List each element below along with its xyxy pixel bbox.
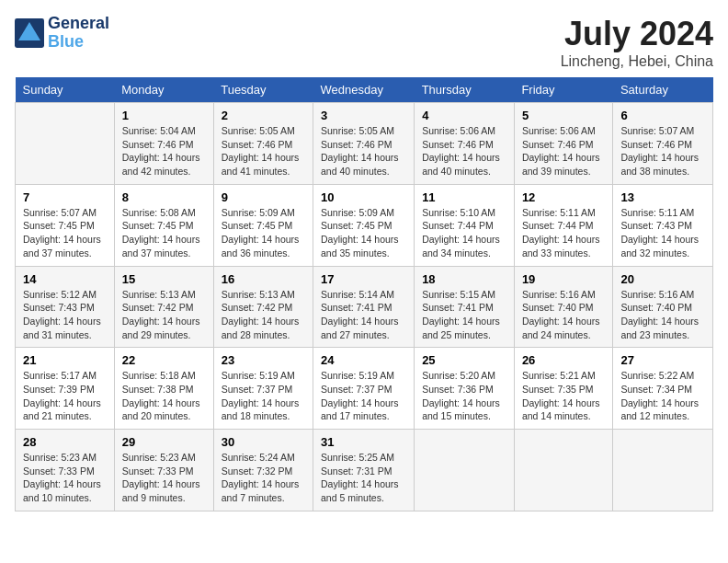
calendar-cell: 23Sunrise: 5:19 AMSunset: 7:37 PMDayligh… xyxy=(213,348,313,430)
calendar-week-row: 14Sunrise: 5:12 AMSunset: 7:43 PMDayligh… xyxy=(16,266,713,348)
logo-icon xyxy=(15,18,44,48)
day-number: 26 xyxy=(522,353,606,367)
day-info: Sunrise: 5:05 AMSunset: 7:46 PMDaylight:… xyxy=(222,124,305,178)
day-info: Sunrise: 5:10 AMSunset: 7:44 PMDaylight:… xyxy=(422,206,506,260)
day-info: Sunrise: 5:18 AMSunset: 7:38 PMDaylight:… xyxy=(122,369,206,423)
day-number: 19 xyxy=(522,272,606,286)
calendar-cell: 3Sunrise: 5:05 AMSunset: 7:46 PMDaylight… xyxy=(313,103,414,185)
calendar-cell: 19Sunrise: 5:16 AMSunset: 7:40 PMDayligh… xyxy=(514,266,613,348)
day-number: 8 xyxy=(122,190,206,204)
day-number: 14 xyxy=(23,272,107,286)
calendar-title: July 2024 xyxy=(561,15,713,53)
day-number: 16 xyxy=(222,272,305,286)
calendar-week-row: 28Sunrise: 5:23 AMSunset: 7:33 PMDayligh… xyxy=(16,430,713,511)
day-info: Sunrise: 5:22 AMSunset: 7:34 PMDaylight:… xyxy=(620,369,705,423)
weekday-header-sunday: Sunday xyxy=(16,77,115,103)
calendar-cell xyxy=(514,430,613,511)
calendar-cell: 5Sunrise: 5:06 AMSunset: 7:46 PMDaylight… xyxy=(514,103,613,185)
day-number: 28 xyxy=(23,435,107,449)
calendar-week-row: 21Sunrise: 5:17 AMSunset: 7:39 PMDayligh… xyxy=(16,348,713,430)
day-number: 9 xyxy=(222,190,305,204)
day-info: Sunrise: 5:21 AMSunset: 7:35 PMDaylight:… xyxy=(522,369,606,423)
calendar-cell: 7Sunrise: 5:07 AMSunset: 7:45 PMDaylight… xyxy=(16,184,115,266)
calendar-week-row: 7Sunrise: 5:07 AMSunset: 7:45 PMDaylight… xyxy=(16,184,713,266)
day-number: 20 xyxy=(620,272,705,286)
day-number: 23 xyxy=(222,353,305,367)
day-number: 18 xyxy=(422,272,506,286)
calendar-cell xyxy=(415,430,515,511)
calendar-cell: 31Sunrise: 5:25 AMSunset: 7:31 PMDayligh… xyxy=(313,430,414,511)
calendar-subtitle: Lincheng, Hebei, China xyxy=(561,53,713,70)
day-number: 6 xyxy=(620,109,705,122)
calendar-cell: 10Sunrise: 5:09 AMSunset: 7:45 PMDayligh… xyxy=(313,184,414,266)
day-number: 2 xyxy=(222,109,305,122)
calendar-cell: 14Sunrise: 5:12 AMSunset: 7:43 PMDayligh… xyxy=(16,266,115,348)
day-info: Sunrise: 5:19 AMSunset: 7:37 PMDaylight:… xyxy=(222,369,305,423)
calendar-cell: 11Sunrise: 5:10 AMSunset: 7:44 PMDayligh… xyxy=(415,184,515,266)
day-number: 21 xyxy=(23,353,107,367)
calendar-cell: 30Sunrise: 5:24 AMSunset: 7:32 PMDayligh… xyxy=(213,430,313,511)
day-number: 10 xyxy=(321,190,406,204)
calendar-week-row: 1Sunrise: 5:04 AMSunset: 7:46 PMDaylight… xyxy=(16,103,713,185)
day-number: 5 xyxy=(522,109,606,122)
calendar-cell: 27Sunrise: 5:22 AMSunset: 7:34 PMDayligh… xyxy=(613,348,713,430)
calendar-cell: 13Sunrise: 5:11 AMSunset: 7:43 PMDayligh… xyxy=(613,184,713,266)
weekday-header-monday: Monday xyxy=(114,77,213,103)
calendar-cell: 2Sunrise: 5:05 AMSunset: 7:46 PMDaylight… xyxy=(213,103,313,185)
calendar-cell: 28Sunrise: 5:23 AMSunset: 7:33 PMDayligh… xyxy=(16,430,115,511)
day-number: 25 xyxy=(422,353,506,367)
calendar-cell: 18Sunrise: 5:15 AMSunset: 7:41 PMDayligh… xyxy=(415,266,515,348)
weekday-header-thursday: Thursday xyxy=(415,77,515,103)
calendar-table: SundayMondayTuesdayWednesdayThursdayFrid… xyxy=(15,77,713,511)
weekday-header-saturday: Saturday xyxy=(613,77,713,103)
calendar-cell: 29Sunrise: 5:23 AMSunset: 7:33 PMDayligh… xyxy=(114,430,213,511)
calendar-cell: 9Sunrise: 5:09 AMSunset: 7:45 PMDaylight… xyxy=(213,184,313,266)
day-info: Sunrise: 5:09 AMSunset: 7:45 PMDaylight:… xyxy=(321,206,406,260)
calendar-cell: 8Sunrise: 5:08 AMSunset: 7:45 PMDaylight… xyxy=(114,184,213,266)
day-info: Sunrise: 5:23 AMSunset: 7:33 PMDaylight:… xyxy=(23,451,107,505)
day-number: 15 xyxy=(122,272,206,286)
weekday-header-tuesday: Tuesday xyxy=(213,77,313,103)
day-info: Sunrise: 5:17 AMSunset: 7:39 PMDaylight:… xyxy=(23,369,107,423)
day-number: 4 xyxy=(422,109,506,122)
day-number: 17 xyxy=(321,272,406,286)
day-info: Sunrise: 5:13 AMSunset: 7:42 PMDaylight:… xyxy=(122,288,206,342)
calendar-cell: 21Sunrise: 5:17 AMSunset: 7:39 PMDayligh… xyxy=(16,348,115,430)
calendar-cell: 16Sunrise: 5:13 AMSunset: 7:42 PMDayligh… xyxy=(213,266,313,348)
weekday-header-friday: Friday xyxy=(514,77,613,103)
day-info: Sunrise: 5:04 AMSunset: 7:46 PMDaylight:… xyxy=(122,124,206,178)
calendar-cell: 25Sunrise: 5:20 AMSunset: 7:36 PMDayligh… xyxy=(415,348,515,430)
title-area: July 2024 Lincheng, Hebei, China xyxy=(561,15,713,70)
calendar-cell: 17Sunrise: 5:14 AMSunset: 7:41 PMDayligh… xyxy=(313,266,414,348)
calendar-cell: 22Sunrise: 5:18 AMSunset: 7:38 PMDayligh… xyxy=(114,348,213,430)
day-number: 12 xyxy=(522,190,606,204)
weekday-header-wednesday: Wednesday xyxy=(313,77,414,103)
calendar-cell: 1Sunrise: 5:04 AMSunset: 7:46 PMDaylight… xyxy=(114,103,213,185)
page-header: General Blue July 2024 Lincheng, Hebei, … xyxy=(15,15,713,70)
day-number: 30 xyxy=(222,435,305,449)
day-info: Sunrise: 5:24 AMSunset: 7:32 PMDaylight:… xyxy=(222,451,305,505)
day-info: Sunrise: 5:12 AMSunset: 7:43 PMDaylight:… xyxy=(23,288,107,342)
calendar-cell xyxy=(613,430,713,511)
day-info: Sunrise: 5:13 AMSunset: 7:42 PMDaylight:… xyxy=(222,288,305,342)
calendar-cell: 26Sunrise: 5:21 AMSunset: 7:35 PMDayligh… xyxy=(514,348,613,430)
day-info: Sunrise: 5:14 AMSunset: 7:41 PMDaylight:… xyxy=(321,288,406,342)
day-info: Sunrise: 5:19 AMSunset: 7:37 PMDaylight:… xyxy=(321,369,406,423)
calendar-cell: 12Sunrise: 5:11 AMSunset: 7:44 PMDayligh… xyxy=(514,184,613,266)
logo: General Blue xyxy=(15,15,109,52)
day-number: 27 xyxy=(620,353,705,367)
day-info: Sunrise: 5:06 AMSunset: 7:46 PMDaylight:… xyxy=(422,124,506,178)
calendar-header-row: SundayMondayTuesdayWednesdayThursdayFrid… xyxy=(16,77,713,103)
day-info: Sunrise: 5:07 AMSunset: 7:46 PMDaylight:… xyxy=(620,124,705,178)
calendar-cell: 15Sunrise: 5:13 AMSunset: 7:42 PMDayligh… xyxy=(114,266,213,348)
day-number: 22 xyxy=(122,353,206,367)
day-number: 1 xyxy=(122,109,206,122)
logo-text: General Blue xyxy=(48,15,109,52)
day-info: Sunrise: 5:06 AMSunset: 7:46 PMDaylight:… xyxy=(522,124,606,178)
day-info: Sunrise: 5:20 AMSunset: 7:36 PMDaylight:… xyxy=(422,369,506,423)
day-info: Sunrise: 5:11 AMSunset: 7:44 PMDaylight:… xyxy=(522,206,606,260)
calendar-cell: 4Sunrise: 5:06 AMSunset: 7:46 PMDaylight… xyxy=(415,103,515,185)
day-info: Sunrise: 5:15 AMSunset: 7:41 PMDaylight:… xyxy=(422,288,506,342)
day-info: Sunrise: 5:09 AMSunset: 7:45 PMDaylight:… xyxy=(222,206,305,260)
day-info: Sunrise: 5:16 AMSunset: 7:40 PMDaylight:… xyxy=(620,288,705,342)
